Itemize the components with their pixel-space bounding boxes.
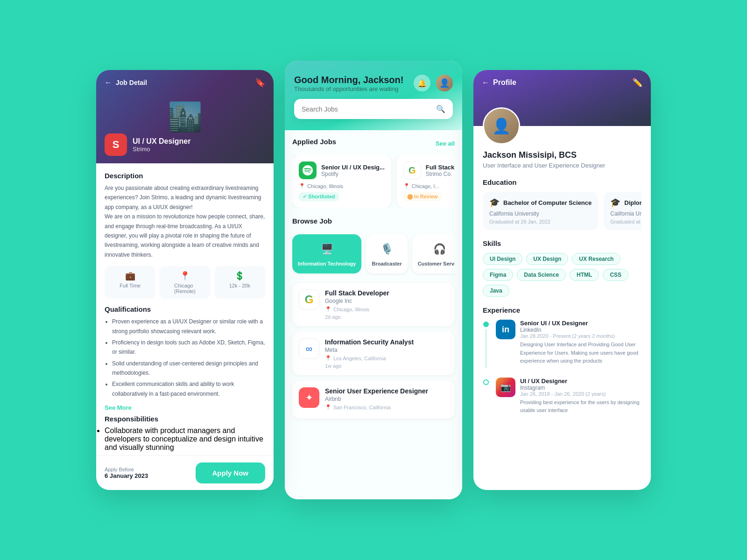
edit-icon[interactable]: ✏️: [632, 77, 642, 88]
profile-name: Jackson Missisipi, BCS: [483, 150, 641, 160]
edu-card-1: 🎓 Bachelor of Computer Science Californi…: [483, 192, 598, 230]
education-section: Education 🎓 Bachelor of Computer Science…: [483, 178, 641, 230]
applied-jobs-header: Applied Jobs See all: [292, 138, 455, 149]
description-title: Description: [105, 172, 265, 180]
category-customer-service[interactable]: 🎧 Customer Service: [412, 234, 455, 273]
instagram-desc: Providing best experience for the users …: [520, 399, 641, 415]
google-job-info: Full Stack Developer Google Inc 📍 Chicag…: [325, 289, 448, 320]
category-broadcaster[interactable]: 🎙️ Broadcaster: [366, 234, 407, 273]
profile-back-icon[interactable]: ←: [482, 78, 489, 87]
edu-uni-1: California University: [489, 210, 592, 217]
google-job-title-text: Full Stack Developer: [325, 289, 448, 297]
edu-degree-1: Bachelor of Computer Science: [503, 199, 592, 206]
exp-dot-2: [483, 379, 489, 385]
apply-before-label: Apply Before: [105, 467, 148, 472]
education-title: Education: [483, 178, 641, 186]
browse-job-header: Browse Job: [292, 217, 455, 229]
applied-google-info: Full Stack D... Strimo Co.: [426, 164, 455, 177]
exp-dot-1: [483, 322, 489, 327]
skill-figma: Figma: [483, 269, 513, 281]
notification-icon[interactable]: 🔔: [414, 75, 430, 91]
profile-card: ← Profile ✏️ 👤 Jackson Missisipi, BCS Us…: [473, 70, 651, 490]
greeting-section: Good Morning, Jackson! Thousands of oppo…: [294, 75, 403, 92]
profile-body: Jackson Missisipi, BCS User Interface an…: [473, 126, 651, 490]
location-pin-icon: 📍: [299, 183, 305, 189]
meta-type-label: Full Time: [120, 283, 141, 288]
meta-location-label: Chicago(Remote): [174, 283, 196, 294]
see-more-link[interactable]: See More: [105, 404, 132, 411]
qual-item: Excellent communication skills and abili…: [112, 379, 265, 399]
linkedin-dates: Jan 28 2020 - Present (2 years 2 months): [520, 333, 641, 339]
see-all-link[interactable]: See all: [436, 140, 455, 147]
company-details: UI / UX Designer Strimo: [133, 137, 190, 153]
search-input[interactable]: [302, 105, 431, 113]
applied-jobs-title: Applied Jobs: [292, 138, 336, 146]
linkedin-title: Senior UI / UX Designer: [520, 320, 641, 327]
applied-job-spotify[interactable]: Senior UI / UX Desig... Spotify 📍 Chicag…: [292, 155, 391, 208]
category-it[interactable]: 🖥️ Information Technology: [292, 234, 361, 273]
company-info-bar: S UI / UX Designer Strimo: [96, 126, 274, 163]
pin-icon4: 📍: [325, 355, 331, 361]
google-job-time: 2d ago: [325, 314, 448, 320]
instagram-content: UI / UX Designer Instagram Jan 26, 2018 …: [520, 378, 641, 415]
profile-nav-left[interactable]: ← Profile: [482, 78, 516, 87]
bookmark-icon[interactable]: 🔖: [255, 77, 265, 88]
experience-section: Experience in Senior UI / UX Designer: [483, 306, 641, 418]
linkedin-logo-icon: in: [502, 325, 509, 335]
browse-jobs-body: Applied Jobs See all Senior UI / UX Desi…: [285, 130, 462, 499]
google-company: Strimo Co.: [426, 171, 455, 177]
job-title: UI / UX Designer: [133, 137, 190, 146]
briefcase-icon: 💼: [125, 271, 135, 281]
google-job-title: Full Stack D...: [426, 164, 455, 171]
browse-job-section: Browse Job 🖥️ Information Technology 🎙️ …: [292, 217, 455, 419]
exp-dot-col-1: [483, 320, 489, 368]
skill-css: CSS: [603, 269, 628, 281]
apply-now-button[interactable]: Apply Now: [196, 462, 266, 483]
airbnb-logo-icon: ✦: [305, 392, 313, 403]
applied-job-google[interactable]: G Full Stack D... Strimo Co. 📍 Chicago, …: [397, 155, 455, 208]
education-row: 🎓 Bachelor of Computer Science Californi…: [483, 192, 641, 230]
qual-item: Solid understanding of user-centered des…: [112, 359, 265, 378]
airbnb-job-company: Airbnb: [325, 396, 448, 402]
meta-job-location: 📍 Los Angeles, California: [325, 355, 448, 361]
nav-left[interactable]: ← Job Detail: [105, 78, 147, 87]
search-bar[interactable]: 🔍: [294, 99, 453, 119]
experience-timeline: in Senior UI / UX Designer LinkedIn Jan …: [483, 320, 641, 418]
company-name: Strimo: [133, 146, 190, 153]
meta-job-info: Information Security Analyst Meta 📍 Los …: [325, 338, 448, 369]
edu-card-top-1: 🎓 Bachelor of Computer Science: [489, 197, 592, 208]
applied-job-top: Senior UI / UX Desig... Spotify: [299, 161, 385, 179]
exp-instagram: 📷 UI / UX Designer Instagram Jan 26, 201…: [483, 378, 641, 418]
pin-icon5: 📍: [325, 404, 331, 410]
apply-date: 6 January 2023: [105, 472, 148, 479]
browse-jobs-card: Good Morning, Jackson! Thousands of oppo…: [285, 61, 462, 499]
edu-card-top-2: 🎓 Diploma of Co...: [610, 197, 641, 208]
job-detail-nav: ← Job Detail 🔖: [96, 70, 274, 95]
skill-java: Java: [483, 285, 509, 297]
job-listing-airbnb[interactable]: ✦ Senior User Experience Designer Airbnb…: [292, 381, 455, 419]
instagram-logo-icon: 📷: [500, 382, 511, 392]
linkedin-logo: in: [496, 320, 515, 339]
meta-job-company: Meta: [325, 347, 448, 353]
job-detail-card: 🏙️ ← Job Detail 🔖 S UI / UX Designer Str…: [96, 70, 274, 490]
header-top-row: Good Morning, Jackson! Thousands of oppo…: [294, 75, 453, 92]
job-listing-meta[interactable]: ∞ Information Security Analyst Meta 📍 Lo…: [292, 332, 455, 375]
instagram-logo: 📷: [496, 378, 515, 397]
profile-header: ← Profile ✏️ 👤: [473, 70, 651, 126]
apply-before-section: Apply Before 6 January 2023: [105, 467, 148, 479]
meta-salary: 💲 12k - 20k: [214, 266, 265, 299]
exp-linkedin-row: in Senior UI / UX Designer LinkedIn Jan …: [496, 320, 641, 365]
google-job-company: Google Inc: [325, 298, 448, 304]
it-icon: 🖥️: [318, 241, 335, 258]
job-detail-body: Description Are you passionate about cre…: [96, 163, 274, 455]
user-avatar[interactable]: 👤: [436, 75, 453, 91]
job-listing-google[interactable]: G Full Stack Developer Google Inc 📍 Chic…: [292, 283, 455, 326]
qualifications-section: Qualifications Proven experience as a UI…: [105, 305, 265, 399]
broadcaster-icon: 🎙️: [379, 241, 395, 258]
skill-ux-research: UX Research: [572, 253, 620, 265]
qual-item: Proven experience as a UI/UX Designer or…: [112, 317, 265, 336]
back-arrow-icon[interactable]: ←: [105, 78, 112, 87]
location-pin-icon2: 📍: [403, 183, 410, 189]
skills-section: Skills UI Design UX Design UX Research F…: [483, 239, 641, 297]
meta-logo-icon: ∞: [306, 343, 312, 354]
